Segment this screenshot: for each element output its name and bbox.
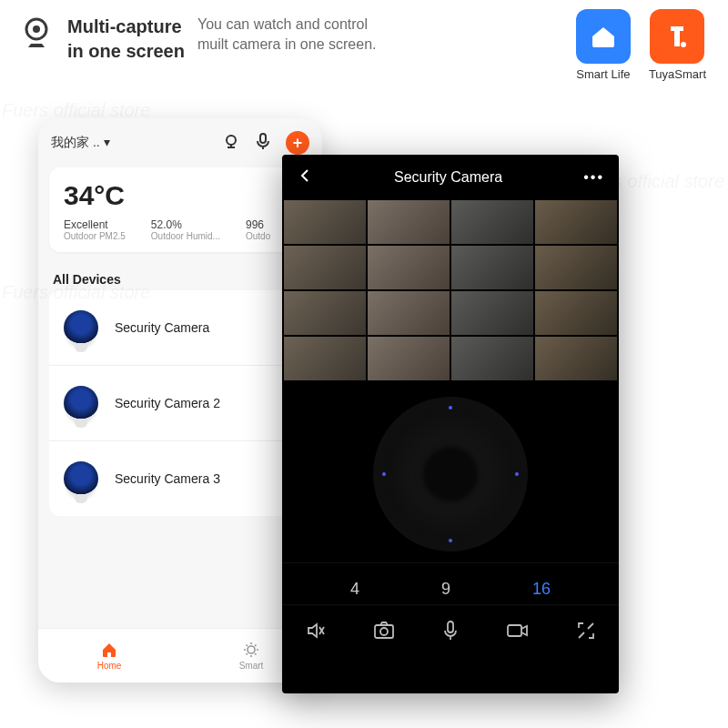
svg-rect-9 bbox=[508, 625, 521, 636]
talk-icon[interactable] bbox=[441, 620, 460, 645]
svg-rect-8 bbox=[448, 622, 453, 632]
svg-point-5 bbox=[248, 646, 255, 653]
back-button[interactable] bbox=[297, 167, 313, 187]
scan-icon[interactable] bbox=[222, 132, 240, 154]
ptz-dpad[interactable] bbox=[373, 397, 528, 551]
mic-icon[interactable] bbox=[255, 132, 271, 154]
grid-size-4[interactable]: 4 bbox=[350, 580, 359, 599]
svg-point-2 bbox=[681, 42, 686, 47]
fullscreen-icon[interactable] bbox=[576, 621, 596, 644]
camera-icon bbox=[64, 386, 98, 420]
tuya-icon bbox=[650, 9, 704, 64]
camera-lens-icon bbox=[18, 15, 55, 51]
banner-title: Multi-capture in one screen bbox=[67, 15, 185, 64]
metric-pressure: 996Outdo bbox=[246, 218, 270, 241]
dpad-left-icon[interactable] bbox=[382, 472, 386, 476]
brand-tuya: TuyaSmart bbox=[649, 9, 706, 81]
home-dropdown[interactable]: 我的家 .. ▾ bbox=[51, 135, 110, 151]
svg-point-7 bbox=[380, 628, 388, 635]
nav-home[interactable]: Home bbox=[38, 629, 180, 682]
brand-smartlife: Smart Life bbox=[576, 9, 631, 81]
dpad-right-icon[interactable] bbox=[515, 472, 519, 476]
dpad-center[interactable] bbox=[424, 448, 477, 500]
device-row[interactable]: Security Camera 2 bbox=[49, 366, 311, 441]
grid-size-16[interactable]: 16 bbox=[532, 580, 551, 599]
svg-point-1 bbox=[33, 25, 40, 33]
camera-app-screen: Security Camera ••• 4 9 16 bbox=[282, 155, 619, 693]
more-button[interactable]: ••• bbox=[583, 169, 604, 186]
temperature: 34°C bbox=[64, 180, 297, 211]
add-button[interactable]: + bbox=[286, 131, 309, 155]
snapshot-icon[interactable] bbox=[372, 620, 396, 645]
dpad-down-icon[interactable] bbox=[449, 539, 452, 542]
smartlife-icon bbox=[576, 9, 631, 64]
grid-size-9[interactable]: 9 bbox=[441, 580, 450, 599]
weather-card[interactable]: 34°C ExcellentOutdoor PM2.5 52.0%Outdoor… bbox=[49, 167, 311, 252]
camera-grid[interactable] bbox=[282, 200, 619, 380]
camera-icon bbox=[64, 310, 98, 345]
dpad-up-icon[interactable] bbox=[449, 406, 452, 410]
home-app-screen: 我的家 .. ▾ + 34°C ExcellentOutdoor PM2.5 5… bbox=[38, 118, 322, 682]
svg-rect-6 bbox=[375, 625, 393, 638]
metric-humidity: 52.0%Outdoor Humid... bbox=[151, 218, 220, 241]
metric-pm25: ExcellentOutdoor PM2.5 bbox=[64, 218, 126, 241]
camera-icon bbox=[64, 461, 98, 496]
record-icon[interactable] bbox=[505, 621, 531, 644]
device-row[interactable]: Security Camera 3 bbox=[49, 441, 311, 516]
device-row[interactable]: Security Camera bbox=[49, 290, 311, 366]
svg-point-3 bbox=[227, 136, 236, 145]
mute-icon[interactable] bbox=[305, 620, 327, 645]
banner-subtitle: You can watch and control muilt camera i… bbox=[197, 15, 377, 54]
camera-title: Security Camera bbox=[394, 169, 502, 186]
svg-rect-4 bbox=[260, 134, 266, 143]
section-all-devices[interactable]: All Devices bbox=[38, 259, 322, 290]
